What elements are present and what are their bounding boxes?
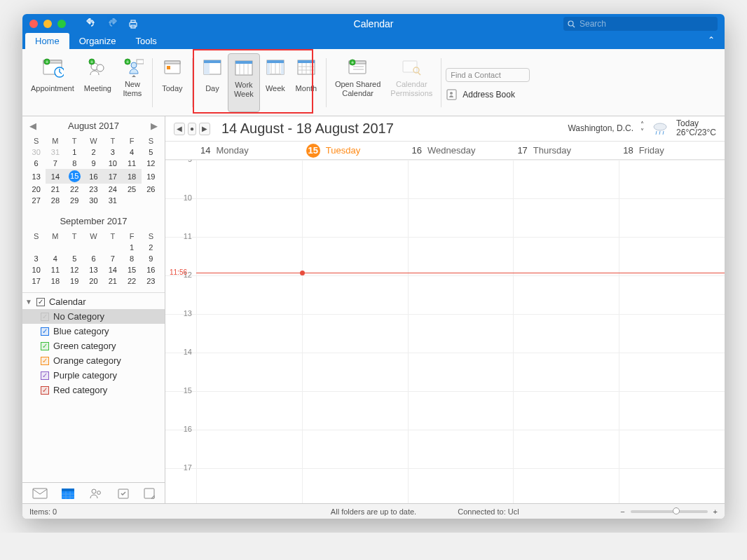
minimonth-day[interactable]: 6	[84, 253, 103, 264]
minimonth-day[interactable]: 23	[142, 275, 160, 287]
minimonth-day[interactable]: 16	[142, 264, 160, 275]
maximize-icon[interactable]	[57, 20, 66, 28]
minimonth-day[interactable]: 13	[27, 169, 46, 184]
minimonth-day[interactable]: 18	[122, 169, 141, 184]
minimonth-day[interactable]: 31	[103, 195, 122, 206]
minimonth-day[interactable]	[103, 242, 122, 253]
calendar-root[interactable]: ▼✓Calendar	[22, 294, 165, 309]
zoom-control[interactable]: − +	[620, 507, 718, 516]
minimonth-row[interactable]: 303112345	[27, 146, 160, 158]
people-module-icon[interactable]	[88, 487, 104, 500]
minimonth-day[interactable]: 20	[84, 275, 103, 287]
minimonth-day[interactable]	[27, 242, 46, 253]
time-grid[interactable]: 9101112131415161711:56	[165, 160, 725, 503]
next-month-icon[interactable]: ▶	[151, 121, 158, 131]
minimonth-day[interactable]: 21	[46, 184, 64, 195]
minimonth-day[interactable]: 8	[122, 253, 141, 264]
address-book-button[interactable]: Address Book	[446, 89, 530, 100]
month-view-button[interactable]: Month	[291, 53, 322, 112]
hour-row[interactable]	[165, 314, 725, 353]
minimonth-day[interactable]: 14	[103, 264, 122, 275]
meeting-button[interactable]: + Meeting	[80, 53, 116, 112]
day-header[interactable]: 18Friday	[619, 142, 725, 159]
minimonth-day[interactable]: 27	[27, 195, 46, 206]
minimonth-day[interactable]: 11	[46, 264, 64, 275]
tasks-module-icon[interactable]	[117, 487, 130, 500]
category-row[interactable]: ✓Orange category	[22, 353, 165, 368]
minimonth-day[interactable]: 11	[122, 158, 141, 169]
minimonth-row[interactable]: 6789101112	[27, 158, 160, 169]
day-header[interactable]: 17Thursday	[513, 142, 619, 159]
minimonth-day[interactable]: 17	[27, 275, 46, 287]
open-shared-calendar-button[interactable]: + Open Shared Calendar	[331, 53, 385, 112]
today-button[interactable]: Today	[157, 53, 188, 112]
minimonth-day[interactable]: 5	[142, 146, 160, 158]
new-items-button[interactable]: + New Items	[117, 53, 148, 112]
minimonth-day[interactable]: 20	[27, 184, 46, 195]
week-view-button[interactable]: Week	[260, 53, 291, 112]
day-header[interactable]: 16Wednesday	[408, 142, 514, 159]
minimonth-day[interactable]: 14	[46, 169, 64, 184]
minimonth-1[interactable]: SMTWTFS303112345678910111213141516171819…	[22, 135, 165, 212]
minimonth-day[interactable]: 23	[84, 184, 103, 195]
notes-module-icon[interactable]	[143, 487, 156, 500]
day-view-button[interactable]: Day	[197, 53, 228, 112]
minimonth-day[interactable]	[122, 195, 141, 206]
minimonth-day[interactable]: 30	[27, 146, 46, 158]
minimonth-day[interactable]: 1	[65, 146, 84, 158]
minimonth-row[interactable]: 17181920212223	[27, 275, 160, 287]
appointment-button[interactable]: + Appointment	[27, 53, 78, 112]
minimonth-day[interactable]: 4	[46, 253, 64, 264]
minimonth-day[interactable]: 10	[27, 264, 46, 275]
calendar-module-icon[interactable]	[61, 487, 75, 500]
minimonth-day[interactable]	[142, 195, 160, 206]
work-week-view-button[interactable]: Work Week	[228, 53, 260, 112]
minimonth-row[interactable]: 3456789	[27, 253, 160, 264]
minimonth-day[interactable]: 22	[65, 184, 84, 195]
minimonth-2[interactable]: SMTWTFS123456789101112131415161718192021…	[22, 231, 165, 292]
zoom-out-icon[interactable]: −	[620, 507, 624, 516]
minimonth-day[interactable]: 19	[142, 169, 160, 184]
print-icon[interactable]	[128, 18, 139, 29]
tab-organize[interactable]: Organize	[69, 33, 126, 49]
minimonth-day[interactable]: 15	[65, 169, 84, 184]
minimonth-day[interactable]: 17	[103, 169, 122, 184]
minimonth-day[interactable]: 28	[46, 195, 64, 206]
minimonth-day[interactable]: 10	[103, 158, 122, 169]
minimonth-day[interactable]	[65, 242, 84, 253]
today-dot-button[interactable]: ●	[188, 123, 196, 135]
undo-icon[interactable]	[85, 18, 97, 29]
hour-row[interactable]	[165, 391, 725, 430]
next-range-button[interactable]: ▶	[199, 123, 210, 135]
minimonth-day[interactable]: 4	[122, 146, 141, 158]
search-input[interactable]: Search	[563, 17, 718, 31]
zoom-slider[interactable]	[631, 510, 708, 513]
minimonth-day[interactable]: 7	[46, 158, 64, 169]
category-row[interactable]: ✓Blue category	[22, 324, 165, 339]
prev-range-button[interactable]: ◀	[174, 123, 185, 135]
hour-row[interactable]	[165, 430, 725, 468]
category-row[interactable]: ✓Red category	[22, 383, 165, 397]
collapse-ribbon-icon[interactable]: ⌃	[708, 35, 715, 45]
find-contact-input[interactable]: Find a Contact	[446, 68, 530, 82]
minimonth-day[interactable]: 5	[65, 253, 84, 264]
minimonth-day[interactable]: 24	[103, 184, 122, 195]
minimonth-row[interactable]: 10111213141516	[27, 264, 160, 275]
minimonth-day[interactable]: 19	[65, 275, 84, 287]
tab-home[interactable]: Home	[25, 33, 69, 49]
minimonth-day[interactable]: 6	[27, 158, 46, 169]
minimonth-day[interactable]: 15	[122, 264, 141, 275]
minimonth-day[interactable]: 9	[84, 158, 103, 169]
minimonth-day[interactable]: 2	[84, 146, 103, 158]
minimonth-day[interactable]: 9	[142, 253, 160, 264]
minimonth-row[interactable]: 13141516171819	[27, 169, 160, 184]
zoom-in-icon[interactable]: +	[713, 507, 718, 516]
minimonth-day[interactable]: 2	[142, 242, 160, 253]
minimonth-day[interactable]: 30	[84, 195, 103, 206]
prev-month-icon[interactable]: ◀	[29, 121, 36, 131]
minimonth-day[interactable]: 12	[65, 264, 84, 275]
minimonth-day[interactable]	[46, 242, 64, 253]
tab-tools[interactable]: Tools	[125, 33, 166, 49]
minimonth-row[interactable]: 20212223242526	[27, 184, 160, 195]
minimonth-day[interactable]: 8	[65, 158, 84, 169]
